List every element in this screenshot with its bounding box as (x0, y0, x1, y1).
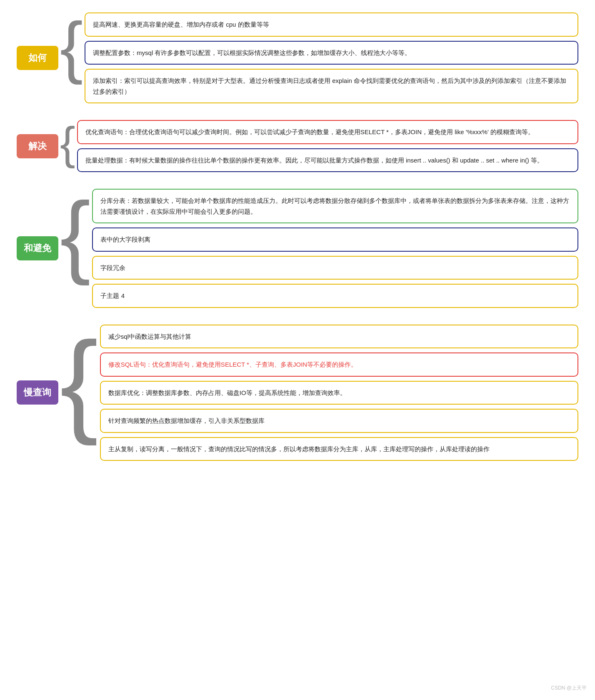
brace-manchaxun: { (60, 325, 98, 439)
card-ruhe-0: 提高网速、更换更高容量的硬盘、增加内存或者 cpu 的数量等等 (85, 12, 578, 37)
brace-symbol-ruhe: { (60, 12, 83, 81)
label-ruhe: 如何 (17, 46, 58, 70)
card-jiejue-1: 批量处理数据：有时候大量数据的操作往往比单个数据的操作更有效率。因此，尽可能以批… (77, 148, 578, 172)
section-jiejue: 解决{优化查询语句：合理优化查询语句可以减少查询时间。例如，可以尝试减少子查询的… (17, 120, 578, 172)
label-jiejue: 解决 (17, 134, 58, 158)
section-manchaxun: 慢查询{减少sql中函数运算与其他计算修改SQL语句：优化查询语句，避免使用SE… (17, 325, 578, 461)
label-hebimian: 和避免 (17, 236, 58, 260)
card-manchaxun-4: 主从复制，读写分离，一般情况下，查询的情况比写的情况多，所以考虑将数据库分为主库… (100, 437, 578, 461)
card-hebimian-3: 子主题 4 (92, 284, 578, 308)
card-hebimian-0: 分库分表：若数据量较大，可能会对单个数据库的性能造成压力。此时可以考虑将数据分散… (92, 189, 578, 223)
card-manchaxun-3: 针对查询频繁的热点数据增加缓存，引入非关系型数据库 (100, 409, 578, 433)
cards-col-ruhe: 提高网速、更换更高容量的硬盘、增加内存或者 cpu 的数量等等调整配置参数：my… (85, 12, 578, 103)
card-manchaxun-2: 数据库优化：调整数据库参数、内存占用、磁盘IO等，提高系统性能，增加查询效率。 (100, 381, 578, 405)
card-ruhe-2: 添加索引：索引可以提高查询效率，特别是对于大型表。通过分析慢查询日志或者使用 e… (85, 69, 578, 103)
cards-col-manchaxun: 减少sql中函数运算与其他计算修改SQL语句：优化查询语句，避免使用SELECT… (100, 325, 578, 461)
brace-ruhe: { (60, 12, 83, 81)
card-ruhe-1: 调整配置参数：mysql 有许多参数可以配置，可以根据实际情况调整这些参数，如增… (85, 41, 578, 65)
card-hebimian-1: 表中的大字段剥离 (92, 228, 578, 252)
card-hebimian-2: 字段冗余 (92, 256, 578, 280)
brace-jiejue: { (60, 120, 75, 166)
brace-symbol-jiejue: { (60, 120, 75, 166)
label-manchaxun: 慢查询 (17, 380, 58, 405)
section-hebimian: 和避免{分库分表：若数据量较大，可能会对单个数据库的性能造成压力。此时可以考虑将… (17, 189, 578, 308)
section-ruhe: 如何{提高网速、更换更高容量的硬盘、增加内存或者 cpu 的数量等等调整配置参数… (17, 12, 578, 103)
cards-col-hebimian: 分库分表：若数据量较大，可能会对单个数据库的性能造成压力。此时可以考虑将数据分散… (92, 189, 578, 308)
cards-col-jiejue: 优化查询语句：合理优化查询语句可以减少查询时间。例如，可以尝试减少子查询的数量，… (77, 120, 578, 172)
brace-symbol-manchaxun: { (60, 325, 98, 439)
card-jiejue-0: 优化查询语句：合理优化查询语句可以减少查询时间。例如，可以尝试减少子查询的数量，… (77, 120, 578, 144)
card-manchaxun-0: 减少sql中函数运算与其他计算 (100, 325, 578, 349)
brace-hebimian: { (60, 189, 90, 280)
card-manchaxun-1: 修改SQL语句：优化查询语句，避免使用SELECT *、子查询、多表JOIN等不… (100, 352, 578, 377)
brace-symbol-hebimian: { (60, 189, 90, 280)
